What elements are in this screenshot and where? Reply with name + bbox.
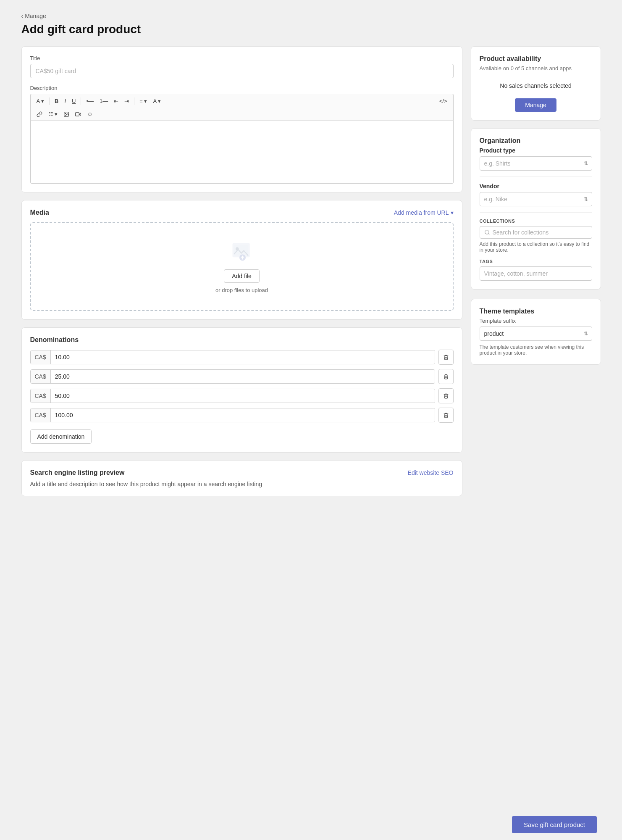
product-type-label: Product type — [480, 147, 592, 154]
svg-point-9 — [485, 230, 488, 234]
seo-title: Search engine listing preview — [30, 469, 125, 477]
title-input[interactable] — [30, 64, 454, 78]
add-media-link[interactable]: Add media from URL ▾ — [394, 209, 454, 216]
svg-line-10 — [488, 234, 489, 235]
denomination-delete-btn[interactable] — [438, 350, 454, 365]
template-select[interactable]: product gift-card default — [480, 327, 592, 341]
svg-rect-5 — [234, 245, 248, 255]
collections-search-wrap[interactable] — [480, 226, 592, 239]
editor-toolbar-row2: ☷ ▾ ☺ — [30, 108, 454, 121]
tags-label: TAGS — [480, 259, 592, 264]
save-gift-card-btn[interactable]: Save gift card product — [512, 816, 597, 833]
denomination-row: CA$ — [30, 408, 454, 423]
ol-btn[interactable]: 1— — [97, 97, 110, 105]
denominations-card: Denominations CA$CA$CA$CA$ Add denominat… — [21, 327, 462, 453]
seo-header: Search engine listing preview Edit websi… — [30, 469, 454, 477]
org-divider2 — [480, 212, 592, 213]
title-description-card: Title Description A ▾ B I U •— 1— ⇤ ⇥ ≡ — [21, 46, 462, 192]
italic-btn[interactable]: I — [62, 97, 68, 105]
svg-point-1 — [65, 113, 66, 114]
indent-left-btn[interactable]: ⇤ — [111, 97, 121, 105]
org-divider1 — [480, 176, 592, 177]
svg-marker-2 — [79, 113, 81, 116]
theme-card: Theme templates Template suffix product … — [471, 299, 601, 365]
image-btn[interactable] — [61, 110, 72, 118]
back-link[interactable]: ‹ Manage — [21, 13, 601, 19]
vendor-wrap: e.g. Nike ⇅ — [480, 192, 592, 206]
bold-btn[interactable]: B — [52, 97, 61, 105]
add-file-btn[interactable]: Add file — [224, 269, 260, 283]
template-select-wrap: product gift-card default ⇅ — [480, 327, 592, 341]
video-btn[interactable] — [73, 110, 84, 118]
description-editor[interactable] — [30, 121, 454, 184]
denomination-delete-btn[interactable] — [438, 388, 454, 403]
denomination-delete-btn[interactable] — [438, 369, 454, 384]
denomination-delete-btn[interactable] — [438, 408, 454, 423]
organization-card: Organization Product type e.g. Shirts ⇅ … — [471, 128, 601, 290]
denomination-prefix: CA$ — [31, 350, 51, 364]
product-type-select[interactable]: e.g. Shirts — [480, 156, 592, 171]
seo-card: Search engine listing preview Edit websi… — [21, 460, 462, 496]
collections-label: COLLECTIONS — [480, 219, 592, 224]
vendor-select[interactable]: e.g. Nike — [480, 192, 592, 206]
chevron-left-icon: ‹ — [21, 13, 24, 19]
theme-title: Theme templates — [480, 308, 592, 315]
sep1 — [49, 97, 50, 105]
denomination-prefix: CA$ — [31, 408, 51, 422]
denomination-row: CA$ — [30, 388, 454, 403]
drop-text: or drop files to upload — [215, 287, 268, 293]
sep2 — [81, 97, 81, 105]
media-dropzone[interactable]: Add file or drop files to upload — [30, 222, 454, 311]
denomination-prefix: CA$ — [31, 370, 51, 383]
manage-channels-btn[interactable]: Manage — [515, 98, 556, 112]
denomination-input-wrap: CA$ — [30, 369, 435, 384]
sep3 — [134, 97, 134, 105]
availability-subtitle: Available on 0 of 5 channels and apps — [480, 65, 592, 71]
link-btn[interactable] — [34, 110, 45, 118]
left-column: Title Description A ▾ B I U •— 1— ⇤ ⇥ ≡ — [21, 46, 462, 496]
denomination-value-input[interactable] — [51, 350, 435, 364]
denomination-prefix: CA$ — [31, 389, 51, 403]
edit-seo-link[interactable]: Edit website SEO — [408, 469, 454, 476]
denomination-value-input[interactable] — [51, 408, 435, 422]
emoji-btn[interactable]: ☺ — [84, 110, 95, 118]
ul-btn[interactable]: •— — [84, 97, 96, 105]
search-icon — [484, 229, 490, 235]
denomination-value-input[interactable] — [51, 370, 435, 383]
vendor-label: Vendor — [480, 183, 592, 190]
tags-input[interactable] — [480, 266, 592, 281]
title-label: Title — [30, 55, 454, 61]
media-card: Media Add media from URL ▾ — [21, 200, 462, 320]
table-btn[interactable]: ☷ ▾ — [46, 110, 60, 118]
text-color-btn[interactable]: A ▾ — [150, 97, 163, 105]
page-title: Add gift card product — [21, 23, 601, 36]
underline-btn[interactable]: U — [69, 97, 78, 105]
availability-card: Product availability Available on 0 of 5… — [471, 46, 601, 121]
back-label: Manage — [25, 13, 46, 19]
source-btn[interactable]: </> — [437, 97, 450, 105]
denomination-input-wrap: CA$ — [30, 389, 435, 403]
denomination-value-input[interactable] — [51, 389, 435, 403]
text-format-btn[interactable]: A ▾ — [34, 97, 47, 105]
add-denomination-btn[interactable]: Add denomination — [30, 429, 92, 444]
denominations-title: Denominations — [30, 336, 454, 344]
media-header: Media Add media from URL ▾ — [30, 209, 454, 216]
indent-right-btn[interactable]: ⇥ — [122, 97, 131, 105]
bottom-bar: Save gift card product — [0, 809, 622, 840]
align-btn[interactable]: ≡ ▾ — [137, 97, 150, 105]
organization-title: Organization — [480, 137, 592, 145]
denomination-row: CA$ — [30, 350, 454, 365]
no-channels-text: No sales channels selected — [480, 78, 592, 93]
denominations-list: CA$CA$CA$CA$ — [30, 350, 454, 423]
denomination-input-wrap: CA$ — [30, 408, 435, 422]
availability-title: Product availability — [480, 55, 592, 63]
denomination-input-wrap: CA$ — [30, 350, 435, 364]
denomination-row: CA$ — [30, 369, 454, 384]
description-label: Description — [30, 85, 454, 91]
collections-hint: Add this product to a collection so it's… — [480, 241, 592, 253]
template-hint: The template customers see when viewing … — [480, 344, 592, 356]
editor-toolbar-row1: A ▾ B I U •— 1— ⇤ ⇥ ≡ ▾ A ▾ </> — [30, 94, 454, 108]
collections-search-input[interactable] — [493, 229, 588, 236]
right-column: Product availability Available on 0 of 5… — [471, 46, 601, 365]
svg-rect-3 — [76, 112, 79, 116]
